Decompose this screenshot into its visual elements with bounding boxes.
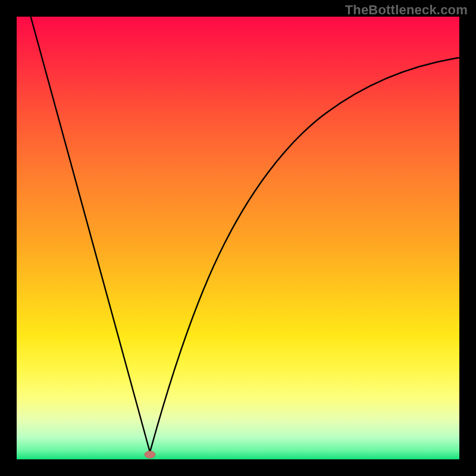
watermark-text: TheBottleneck.com xyxy=(345,2,468,18)
bottleneck-curve-right xyxy=(150,57,463,452)
plot-area xyxy=(17,17,459,459)
bottleneck-curve-left xyxy=(30,13,150,452)
optimum-marker xyxy=(145,451,155,458)
curve-svg xyxy=(17,17,459,459)
chart-frame: TheBottleneck.com xyxy=(0,0,476,476)
